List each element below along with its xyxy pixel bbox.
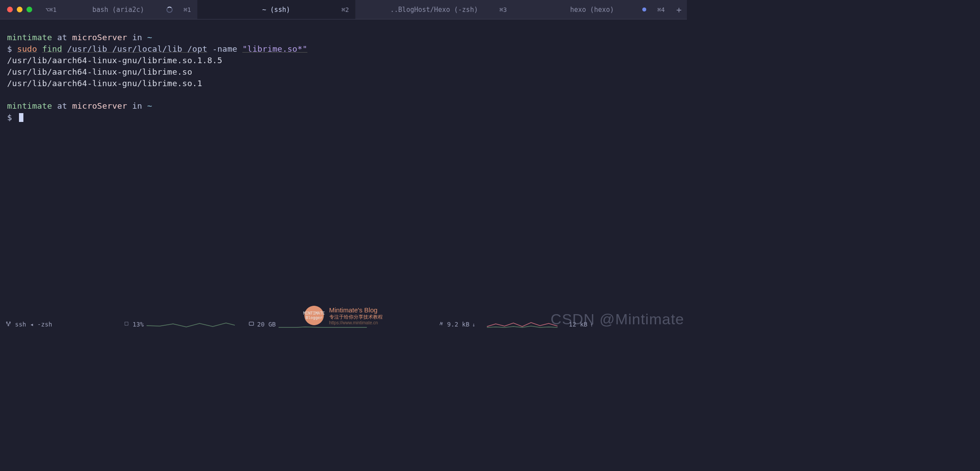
tab-3[interactable]: ..BlogHost/Hexo (-zsh) ⌘3	[355, 0, 513, 19]
blog-url: https://www.mintimate.cn	[329, 320, 383, 325]
tab-title: hexo (hexo)	[570, 6, 614, 14]
tab-title: ..BlogHost/Hexo (-zsh)	[390, 6, 478, 14]
cmd-args: /usr/lib /usr/local/lib /opt	[67, 44, 207, 53]
cmd-sudo: sudo	[17, 44, 37, 53]
tab-title: bash (aria2c)	[92, 6, 144, 14]
svg-rect-3	[125, 322, 128, 326]
tab-bar: ⌥⌘1 bash (aria2c) ⌘1 ~ (ssh) ⌘2 ..BlogHo…	[0, 0, 687, 19]
output-line: /usr/lib/aarch64-linux-gnu/librime.so.1.…	[7, 56, 222, 65]
svg-point-0	[6, 322, 7, 323]
prompt-in: in	[132, 33, 142, 42]
tab-shortcut: ⌘3	[499, 6, 507, 13]
arrow-down-icon	[472, 321, 475, 328]
cmd-flag: -name	[212, 44, 237, 53]
cpu-value: 13%	[132, 321, 143, 328]
cmd-find: find	[42, 44, 62, 53]
svg-rect-4	[249, 322, 253, 326]
disk-icon	[248, 320, 255, 328]
prompt-in: in	[132, 101, 142, 110]
status-cpu: 13%	[123, 320, 234, 328]
prompt-host: microServer	[72, 33, 127, 42]
csdn-watermark: CSDN @Mintimate	[550, 311, 684, 328]
prompt-host: microServer	[72, 101, 127, 110]
svg-point-2	[8, 325, 9, 326]
cpu-icon	[123, 320, 130, 328]
terminal-area[interactable]: mintimate at microServer in ~ $ sudo fin…	[0, 19, 687, 330]
maximize-icon[interactable]	[26, 7, 32, 12]
prompt-path: ~	[147, 101, 152, 110]
tab-shortcut: ⌘4	[657, 6, 665, 13]
output-line: /usr/lib/aarch64-linux-gnu/librime.so.1	[7, 79, 202, 88]
tab-2-active[interactable]: ~ (ssh) ⌘2	[197, 0, 355, 19]
tab-title: ~ (ssh)	[262, 6, 290, 14]
avatar: MINTIMATEBlogger	[305, 306, 324, 325]
disk-value: 20 GB	[257, 321, 276, 328]
blog-title: Mintimate's Blog	[329, 306, 383, 314]
net-icon	[438, 320, 445, 328]
prompt-path: ~	[147, 33, 152, 42]
network-icon	[5, 321, 11, 328]
close-icon[interactable]	[7, 7, 13, 12]
prompt-at: at	[57, 33, 67, 42]
prompt-symbol: $	[7, 113, 12, 122]
blog-watermark: MINTIMATEBlogger Mintimate's Blog 专注于给你分…	[305, 306, 383, 325]
minimize-icon[interactable]	[17, 7, 23, 12]
tab-1[interactable]: ⌥⌘1 bash (aria2c) ⌘1	[39, 0, 197, 19]
add-tab-button[interactable]: +	[671, 4, 687, 15]
status-session: ssh ◂ -zsh	[5, 321, 52, 328]
cmd-string: "librime.so*"	[242, 44, 307, 53]
activity-dot-icon	[642, 8, 646, 11]
tab-left-glyph: ⌥⌘1	[45, 6, 57, 13]
prompt-symbol: $	[7, 44, 12, 53]
status-session-text: ssh ◂ -zsh	[15, 321, 52, 328]
prompt-user: mintimate	[7, 33, 52, 42]
tab-shortcut: ⌘2	[342, 6, 349, 13]
blog-subtitle: 专注于给你分享技术教程	[329, 314, 383, 320]
output-line: /usr/lib/aarch64-linux-gnu/librime.so	[7, 67, 192, 76]
spinner-icon	[166, 7, 173, 13]
tab-4[interactable]: hexo (hexo) ⌘4	[513, 0, 671, 19]
prompt-at: at	[57, 101, 67, 110]
traffic-lights	[0, 7, 39, 12]
prompt-user: mintimate	[7, 101, 52, 110]
cpu-sparkline	[147, 320, 235, 328]
cursor-icon	[19, 113, 23, 122]
svg-point-1	[9, 322, 10, 323]
tab-shortcut: ⌘1	[184, 6, 191, 13]
net-down-value: 9.2 kB	[447, 321, 470, 328]
